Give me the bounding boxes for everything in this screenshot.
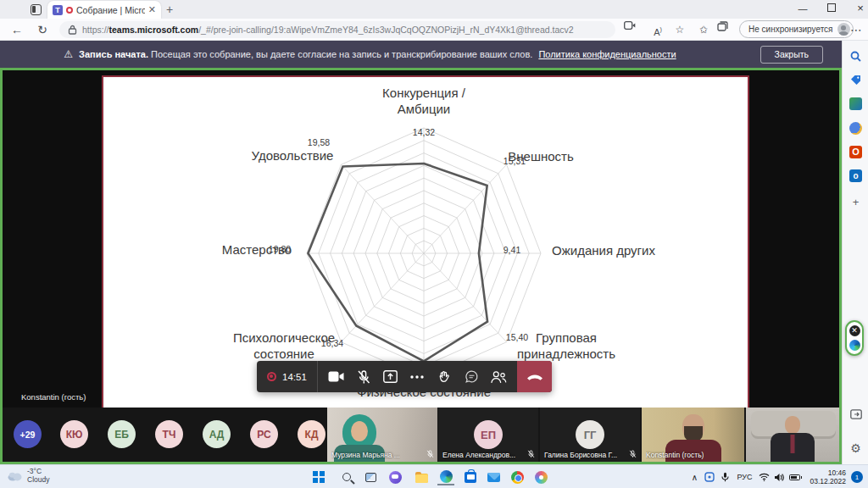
tile-name-label: Елена Александров... <box>442 451 515 459</box>
sidebar-add-icon[interactable]: + <box>849 195 863 209</box>
edge-logo-icon[interactable] <box>849 340 860 351</box>
task-view-icon[interactable] <box>362 469 379 485</box>
taskbar-clock[interactable]: 10:46 03.12.2022 <box>803 469 851 485</box>
window-minimize-button[interactable]: — <box>790 0 815 17</box>
tray-time: 10:46 <box>810 469 846 477</box>
tray-mic-icon[interactable] <box>717 472 732 482</box>
window-close-button[interactable]: × <box>848 0 868 17</box>
more-options-button[interactable] <box>406 366 428 388</box>
self-video-tile[interactable] <box>746 408 839 462</box>
edge-sidebar: O o + ⚙ <box>842 41 868 464</box>
sidebar-finance-icon[interactable] <box>849 97 863 111</box>
sidebar-settings-icon[interactable]: ⚙ <box>849 441 863 455</box>
favorites-add-icon[interactable]: ☆ <box>671 21 688 38</box>
back-icon[interactable]: ← <box>8 21 25 38</box>
weather-widget[interactable]: -3°CCloudy <box>7 467 49 484</box>
banner-text: Запись начата. Посещая это собрание, вы … <box>79 49 532 59</box>
video-tile[interactable]: Мурзина Марьяна ... <box>327 408 437 462</box>
chat-button[interactable] <box>460 366 482 388</box>
language-indicator[interactable]: РУС <box>732 473 756 481</box>
participants-filmstrip: +29 КЮ ЕБ ТЧ АД РС КД Мурзина Марьяна ..… <box>3 408 839 462</box>
battery-icon[interactable] <box>789 474 800 480</box>
refresh-icon[interactable]: ↻ <box>34 21 51 38</box>
participants-button[interactable] <box>487 366 509 388</box>
tab-close-icon[interactable]: ✕ <box>148 4 156 15</box>
mail-icon[interactable] <box>485 469 502 485</box>
widget-close-icon[interactable]: ✕ <box>849 325 860 336</box>
banner-close-button[interactable]: Закрыть <box>760 46 823 64</box>
edge-floating-widget: ✕ <box>845 320 864 356</box>
sidebar-games-icon[interactable] <box>849 121 863 136</box>
tray-date: 03.12.2022 <box>810 477 846 485</box>
tab-workspaces-icon[interactable] <box>31 4 42 15</box>
mic-muted-icon <box>527 450 535 458</box>
participant-avatar[interactable]: ЕБ <box>108 420 136 448</box>
tray-chevron-icon[interactable]: ∧ <box>687 473 702 482</box>
wifi-icon[interactable] <box>756 473 771 481</box>
radar-chart <box>103 77 748 408</box>
tile-name-label: Галина Борисовна Г... <box>544 451 617 459</box>
participant-avatar[interactable]: ТЧ <box>155 420 183 448</box>
address-bar[interactable]: https://teams.microsoft.com/_#/pre-join-… <box>59 21 615 38</box>
privacy-policy-link[interactable]: Политика конфиденциальности <box>538 49 676 59</box>
call-timer: 14:51 <box>282 372 307 382</box>
read-aloud-icon[interactable]: A) <box>649 21 666 38</box>
notification-count-badge[interactable]: 1 <box>851 471 863 483</box>
window-maximize-button[interactable] <box>819 0 844 17</box>
browser-navbar: ← ↻ https://teams.microsoft.com/_#/pre-j… <box>0 19 868 41</box>
volume-icon[interactable] <box>771 473 787 482</box>
participant-initials-avatar: ЕП <box>474 420 503 449</box>
overflow-participants-avatar[interactable]: +29 <box>14 420 42 448</box>
camera-permission-icon[interactable] <box>624 21 641 38</box>
sidebar-panel-icon[interactable] <box>849 407 863 421</box>
microphone-muted-button[interactable] <box>353 366 375 388</box>
sidebar-outlook-icon[interactable]: o <box>849 169 863 183</box>
weather-condition: Cloudy <box>27 475 49 484</box>
new-tab-button[interactable]: + <box>166 3 173 16</box>
chat-app-icon[interactable] <box>387 469 403 485</box>
url-text: https://teams.microsoft.com/_#/pre-join-… <box>82 25 574 35</box>
mic-muted-icon <box>629 450 637 458</box>
sidebar-search-icon[interactable] <box>849 49 863 64</box>
hang-up-button[interactable] <box>517 361 552 392</box>
photos-icon[interactable] <box>532 469 549 485</box>
recording-indicator-icon <box>267 372 276 381</box>
recording-banner: ⚠ Запись начата. Посещая это собрание, в… <box>0 41 842 68</box>
camera-toggle-button[interactable] <box>326 366 348 388</box>
browser-tab[interactable]: T Собрание | Microsoft Team ✕ <box>47 1 161 19</box>
tile-name-label: Konstantin (гость) <box>646 451 704 459</box>
chrome-icon[interactable] <box>509 469 526 485</box>
share-screen-button[interactable] <box>379 366 401 388</box>
participant-avatar[interactable]: АД <box>203 420 231 448</box>
recording-timer-group: 14:51 <box>257 361 318 392</box>
participant-avatar[interactable]: КД <box>298 420 326 448</box>
taskbar-search-icon[interactable] <box>338 469 355 485</box>
mic-muted-icon <box>426 450 434 458</box>
file-explorer-icon[interactable] <box>413 469 430 485</box>
weather-temp: -3°C <box>27 467 49 475</box>
tab-title: Собрание | Microsoft Team <box>76 5 145 15</box>
desktop: T Собрание | Microsoft Team ✕ + — × ← ↻ … <box>0 0 868 488</box>
raise-hand-button[interactable] <box>433 366 455 388</box>
video-tile[interactable]: Konstantin (гость) <box>642 408 744 462</box>
edge-taskbar-icon-active[interactable] <box>437 469 454 485</box>
teams-favicon: T <box>53 5 63 15</box>
warning-icon: ⚠ <box>64 48 73 60</box>
participant-avatar[interactable]: РС <box>250 420 278 448</box>
video-tile[interactable]: ГГ Галина Борисовна Г... <box>540 408 640 462</box>
start-button[interactable] <box>310 469 327 485</box>
collections-icon[interactable] <box>717 21 734 38</box>
video-tile[interactable]: ЕП Елена Александров... <box>438 408 538 462</box>
presentation-stage: Konstantin (гость) 14:51 <box>3 70 839 408</box>
lock-icon <box>68 25 77 35</box>
sync-profile-button[interactable]: Не синхронизируется <box>739 20 854 38</box>
screen-share-region: Konstantin (гость) 14:51 <box>0 68 842 464</box>
store-icon[interactable] <box>462 469 479 485</box>
sidebar-shopping-icon[interactable] <box>849 73 863 87</box>
browser-menu-icon[interactable]: ⋯ <box>848 21 865 38</box>
tray-app-icon[interactable] <box>702 472 717 482</box>
sidebar-office-icon[interactable]: O <box>849 145 863 159</box>
participant-avatar[interactable]: КЮ <box>60 420 88 448</box>
favorites-bar-icon[interactable]: ✩ <box>695 21 712 38</box>
tile-name-label: Мурзина Марьяна ... <box>331 451 400 459</box>
